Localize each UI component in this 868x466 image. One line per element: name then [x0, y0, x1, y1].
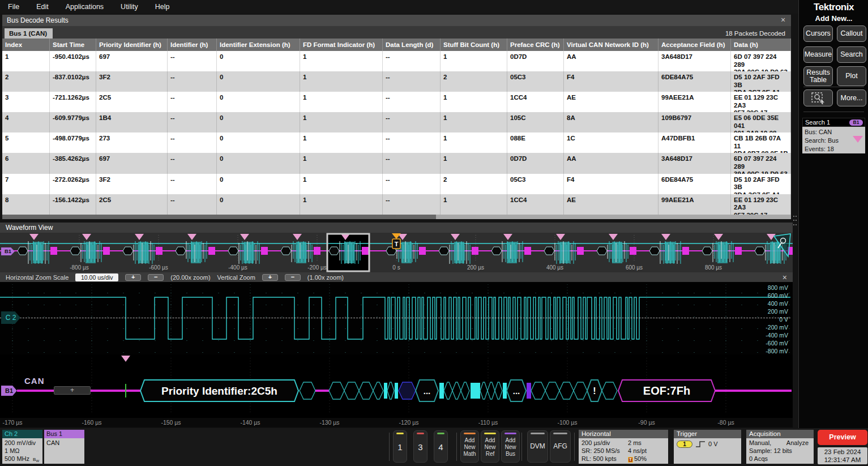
table-row[interactable]: 7-272.0262µs3F2--01--205C3F46DE84A75D5 1…: [2, 174, 791, 194]
overview-waveform-canvas[interactable]: T-800 µs-600 µs-400 µs-200 µs0 s200 µs40…: [0, 233, 793, 272]
dvm-button[interactable]: DVM: [527, 430, 548, 463]
sidebar-button-search[interactable]: Search: [837, 46, 866, 63]
bus-type-label: CAN: [24, 376, 45, 386]
add-button-label: Add New Bus: [502, 437, 519, 458]
column-header: Index: [2, 39, 50, 51]
v-zoom-plus-button[interactable]: +: [262, 274, 278, 281]
table-cell: D5 10 2AF 3FD 3B 3DA 3C7 0E A1 43: [731, 71, 791, 92]
channel-1-button[interactable]: 1: [393, 430, 407, 463]
horizontal-scrollbar[interactable]: [2, 215, 791, 219]
divider: [521, 433, 522, 461]
sidebar-button-results-table[interactable]: Results Table: [803, 66, 833, 86]
v-scale-label: -400 mV: [766, 332, 788, 339]
datetime-display[interactable]: 23 Feb 2024 12:31:47 AM: [818, 447, 867, 464]
more-button[interactable]: More...: [837, 89, 866, 106]
bus-decode-track[interactable]: Priority Identifier:2C5h......!EOF:7Fh C…: [0, 354, 793, 418]
sidebar-button-cursors[interactable]: Cursors: [803, 25, 833, 42]
trigger-settings-card[interactable]: Trigger 1 0 V: [674, 430, 741, 464]
table-cell: 088E: [507, 132, 564, 153]
h-zoom-plus-button[interactable]: +: [125, 274, 141, 281]
add-new-ref-button[interactable]: Add New Ref: [481, 430, 499, 463]
table-cell: 7: [2, 174, 50, 194]
ch2-waveform-canvas[interactable]: [0, 282, 793, 354]
table-row[interactable]: 3-721.1262µs2C5--01--11CC4AE99AEE21AEE 0…: [2, 92, 791, 112]
table-cell: 1: [441, 92, 507, 112]
table-cell: 0: [217, 92, 300, 112]
horizontal-zoom-scale-input[interactable]: 10.00 us/div: [75, 273, 118, 281]
waveform-overview-strip[interactable]: T-800 µs-600 µs-400 µs-200 µs0 s200 µs40…: [0, 233, 793, 272]
table-cell: 1: [300, 174, 383, 194]
search1-bus-badge: B1: [849, 119, 863, 126]
table-cell: AA: [564, 51, 659, 71]
table-cell: 3F2: [96, 174, 168, 194]
table-cell: 1CC4: [507, 194, 564, 215]
table-cell: -498.0779µs: [50, 132, 96, 153]
zoom-select-button[interactable]: [803, 89, 833, 106]
table-row[interactable]: 4-609.9779µs1B4--01--1105C8A109B6797E5 0…: [2, 112, 791, 132]
v-scale-label: 200 mV: [768, 308, 788, 315]
afg-button[interactable]: AFG: [550, 430, 571, 463]
sidebar-button-measure[interactable]: Measure: [803, 46, 833, 63]
table-cell: 1: [441, 112, 507, 132]
channel-3-button[interactable]: 3: [413, 430, 427, 463]
table-row[interactable]: 8-156.1422µs2C5--01--11CC4AE99AEE21AEE 0…: [2, 194, 791, 215]
menu-item-edit[interactable]: Edit: [36, 3, 49, 11]
table-cell: 105C: [507, 112, 564, 132]
table-row[interactable]: 1-950.4102µs697--01--10D7DAA3A648D176D 0…: [2, 51, 791, 71]
table-cell: -721.1262µs: [50, 92, 96, 112]
column-header: Data (h): [731, 39, 791, 51]
scrollbar-thumb[interactable]: [2, 215, 436, 219]
search1-body[interactable]: Bus: CAN Search: Bus Events: 18: [802, 127, 865, 153]
acquisition-settings-card[interactable]: Acquisition Manual, Analyze Sample: 12 b…: [746, 430, 814, 464]
preview-button[interactable]: Preview: [818, 430, 867, 445]
menu-item-file[interactable]: File: [8, 3, 19, 11]
time-axis-label: -100 µs: [557, 419, 577, 426]
table-cell: --: [168, 92, 217, 112]
table-cell: 0: [217, 112, 300, 132]
v-scale-label: 800 mV: [768, 284, 788, 291]
zero-volt-reference-line: [0, 318, 790, 318]
bus1-settings-card[interactable]: Bus 1 CAN: [44, 430, 84, 464]
svg-text:...: ...: [424, 386, 431, 396]
analog-waveform-area[interactable]: C 2 800 mV600 mV400 mV200 mV0 V-200 mV-4…: [0, 282, 793, 354]
ch2-settings-card[interactable]: Ch 2 200 mV/div 1 MΩ 500 MHz BW: [2, 430, 42, 464]
table-cell: 6: [2, 153, 50, 173]
add-new-math-button[interactable]: Add New Math: [460, 430, 479, 463]
sidebar-button-callout[interactable]: Callout: [837, 25, 866, 42]
bus1-type: CAN: [46, 439, 82, 447]
decode-canvas[interactable]: Priority Identifier:2C5h......!EOF:7Fh: [0, 354, 793, 418]
results-tab-row: Bus 1 (CAN) 18 Packets Decoded: [2, 26, 791, 39]
table-cell: F4: [564, 174, 659, 194]
v-zoom-minus-button[interactable]: −: [285, 274, 301, 281]
menu-item-applications[interactable]: Applications: [66, 3, 104, 11]
table-cell: --: [168, 132, 217, 153]
h-zoom-minus-button[interactable]: −: [148, 274, 164, 281]
horizontal-card-title: Horizontal: [579, 430, 668, 438]
v-scale-label: -200 mV: [766, 324, 788, 331]
close-icon[interactable]: ×: [779, 15, 788, 24]
table-row[interactable]: 5-498.0779µs273--01--1088E1CA47DBFB1CB 1…: [2, 132, 791, 153]
horizontal-value-left: SR: 250 MS/s: [581, 447, 628, 455]
channel-label: 4: [434, 442, 447, 452]
column-header: Data Length (d): [383, 39, 441, 51]
svg-text:200 µs: 200 µs: [467, 264, 484, 271]
tab-bus1-can[interactable]: Bus 1 (CAN): [5, 28, 53, 39]
close-zoom-icon[interactable]: ×: [783, 273, 787, 282]
table-cell: AE: [564, 92, 659, 112]
results-table-header: IndexStart TimePriority Identifier (h)Id…: [2, 39, 791, 51]
horizontal-settings-card[interactable]: Horizontal 200 µs/div2 msSR: 250 MS/s4 n…: [579, 430, 668, 464]
sidebar-button-plot[interactable]: Plot: [837, 66, 866, 86]
horizontal-value-right: 4 ns/pt: [628, 447, 647, 455]
search1-card[interactable]: Search 1 B1 Bus: CAN Search: Bus Events:…: [802, 118, 865, 153]
table-cell: 1C: [564, 132, 659, 153]
menu-item-utility[interactable]: Utility: [121, 3, 138, 11]
menu-item-help[interactable]: Help: [155, 3, 170, 11]
panel-drag-handle[interactable]: [793, 216, 797, 227]
channel-4-button[interactable]: 4: [434, 430, 448, 463]
horizontal-row: RL: 500 kptsT50%: [581, 455, 665, 463]
table-row[interactable]: 2-837.0102µs3F2--01--205C3F46DE84A75D5 1…: [2, 71, 791, 92]
table-row[interactable]: 6-385.4262µs697--01--10D7DAA3A648D176D 0…: [2, 153, 791, 173]
expand-bus-button[interactable]: +: [54, 386, 91, 395]
add-new-bus-button[interactable]: Add New Bus: [501, 430, 520, 463]
time-axis-label: -110 µs: [478, 419, 498, 426]
